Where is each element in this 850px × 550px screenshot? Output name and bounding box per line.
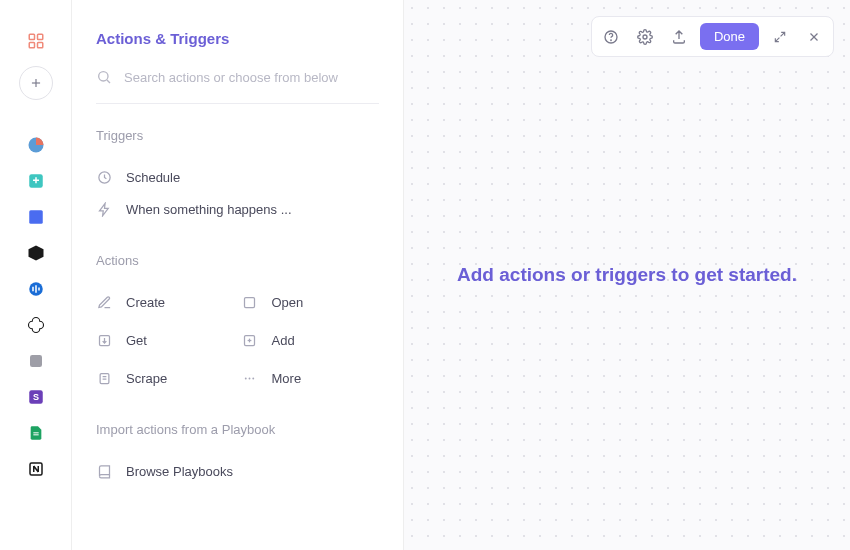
svg-point-33	[249, 377, 251, 379]
action-label: More	[272, 371, 302, 386]
action-more[interactable]: More	[242, 362, 380, 394]
triggers-section: Triggers Schedule When something happens…	[96, 128, 379, 225]
action-label: Scrape	[126, 371, 167, 386]
svg-rect-10	[29, 210, 43, 224]
svg-point-34	[252, 377, 254, 379]
integration-1-icon[interactable]	[25, 134, 47, 156]
trigger-label: When something happens ...	[126, 202, 292, 217]
action-label: Open	[272, 295, 304, 310]
actions-label: Actions	[96, 253, 379, 268]
action-get[interactable]: Get	[96, 324, 234, 356]
bolt-icon	[96, 201, 112, 217]
svg-rect-0	[29, 34, 34, 39]
trigger-label: Schedule	[126, 170, 180, 185]
browse-label: Browse Playbooks	[126, 464, 233, 479]
action-scrape[interactable]: Scrape	[96, 362, 234, 394]
done-button[interactable]: Done	[700, 23, 759, 50]
clock-icon	[96, 169, 112, 185]
upload-icon[interactable]	[666, 24, 692, 50]
divider	[96, 103, 379, 104]
svg-point-37	[643, 35, 647, 39]
integration-7-icon[interactable]	[25, 350, 47, 372]
add-button[interactable]	[19, 66, 53, 100]
svg-rect-24	[245, 297, 255, 307]
book-icon	[96, 463, 112, 479]
svg-text:S: S	[32, 392, 38, 402]
svg-rect-19	[33, 434, 38, 435]
expand-icon[interactable]	[767, 24, 793, 50]
openai-icon[interactable]	[25, 314, 47, 336]
open-icon	[242, 294, 258, 310]
sheets-icon[interactable]	[25, 422, 47, 444]
close-icon[interactable]	[801, 24, 827, 50]
action-label: Add	[272, 333, 295, 348]
plus-square-icon	[242, 332, 258, 348]
svg-point-21	[99, 72, 108, 81]
svg-rect-15	[30, 355, 42, 367]
svg-line-22	[107, 80, 110, 83]
integration-3-icon[interactable]	[25, 206, 47, 228]
integration-5-icon[interactable]	[25, 278, 47, 300]
svg-rect-9	[35, 177, 37, 183]
search-input[interactable]	[124, 70, 379, 85]
svg-rect-18	[33, 432, 38, 433]
integration-8-icon[interactable]: S	[25, 386, 47, 408]
apps-icon[interactable]	[25, 30, 47, 52]
more-icon	[242, 370, 258, 386]
actions-section: Actions Create Open Get Add Scrape	[96, 253, 379, 394]
pencil-icon	[96, 294, 112, 310]
triggers-label: Triggers	[96, 128, 379, 143]
svg-rect-1	[37, 34, 42, 39]
scrape-icon	[96, 370, 112, 386]
svg-rect-13	[35, 285, 37, 293]
canvas-toolbar: Done	[591, 16, 834, 57]
integration-4-icon[interactable]	[25, 242, 47, 264]
action-create[interactable]: Create	[96, 286, 234, 318]
help-icon[interactable]	[598, 24, 624, 50]
svg-rect-3	[37, 43, 42, 48]
import-section: Import actions from a Playbook Browse Pl…	[96, 422, 379, 487]
trigger-event[interactable]: When something happens ...	[96, 193, 379, 225]
gear-icon[interactable]	[632, 24, 658, 50]
svg-rect-12	[32, 287, 34, 292]
search-row	[96, 69, 379, 85]
action-open[interactable]: Open	[242, 286, 380, 318]
panel-title: Actions & Triggers	[96, 30, 379, 47]
actions-panel: Actions & Triggers Triggers Schedule Whe…	[72, 0, 404, 550]
svg-point-32	[245, 377, 247, 379]
icon-rail: S	[0, 0, 72, 550]
arrow-in-icon	[96, 332, 112, 348]
browse-playbooks[interactable]: Browse Playbooks	[96, 455, 379, 487]
action-label: Create	[126, 295, 165, 310]
action-label: Get	[126, 333, 147, 348]
svg-rect-14	[38, 288, 40, 291]
import-label: Import actions from a Playbook	[96, 422, 379, 437]
canvas[interactable]: Add actions or triggers to get started. …	[404, 0, 850, 550]
trigger-schedule[interactable]: Schedule	[96, 161, 379, 193]
integration-2-icon[interactable]	[25, 170, 47, 192]
canvas-empty-message: Add actions or triggers to get started.	[447, 264, 807, 286]
svg-point-36	[611, 40, 612, 41]
svg-rect-2	[29, 43, 34, 48]
notion-icon[interactable]	[25, 458, 47, 480]
search-icon	[96, 69, 112, 85]
action-add[interactable]: Add	[242, 324, 380, 356]
